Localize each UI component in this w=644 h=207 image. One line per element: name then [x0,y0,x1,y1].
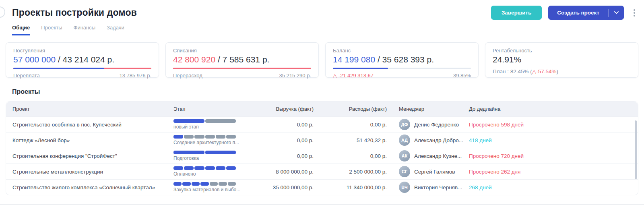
table-scrollbar[interactable] [635,120,637,179]
table-row[interactable]: Строительные металлоконструкцииОплачено8… [6,164,638,179]
card-profitability[interactable]: Рентабельность 24.91% План : 82.45% (△-5… [485,42,638,78]
card-balance[interactable]: Баланс 14 199 080 / 35 628 393 р. △ -21 … [325,42,479,78]
card-expenses[interactable]: Списания 42 800 920 / 7 585 631 р. Перер… [165,42,319,78]
manager-cell[interactable]: СГСергей Галямов [387,166,463,177]
project-name[interactable]: Строительная конференция "СтройФест" [6,153,173,159]
stage-label: новый этап [173,124,244,130]
section-title: Проекты [12,88,644,95]
stage-segment [210,182,218,186]
card-footer-right: 35 215 290 р. [279,72,311,79]
manager-name: Виктория Черняв... [414,184,462,190]
manager-name: Александр Добро... [414,137,463,143]
manager-cell[interactable]: ДФДенис Федоренко [387,119,463,130]
stage-cell: Закупка материалов и выбо... [173,182,257,193]
value-actual: 14 199 080 [333,55,375,64]
project-name[interactable]: Строительные металлоконструкции [6,169,173,175]
stage-segment [205,166,215,170]
stage-cell: Подготовка [173,151,257,161]
column-header[interactable]: Проект [6,106,173,112]
table-row[interactable]: Коттедж «Лесной бор»Создание архитектурн… [6,132,638,148]
stage-cell: Оплачено [173,166,257,177]
value-plan: / 35 628 393 р. [378,55,434,64]
stage-segment [184,135,194,139]
column-header[interactable]: Этап [173,106,257,112]
stat-cards: Поступления 57 000 000 / 43 214 024 р. П… [0,42,644,78]
manager-cell[interactable]: АКАлександр Кузне... [387,150,463,161]
column-header[interactable]: Выручка (факт) [257,106,314,112]
revenue-value: 35 000 000,00 р. [257,184,314,190]
card-footer-left: Перерасход [173,72,202,79]
stage-cell: Создание архитектурного п... [173,135,257,145]
card-value: 42 800 920 / 7 585 631 р. [173,55,311,64]
tab-0[interactable]: Общие [12,25,30,35]
tab-3[interactable]: Задачи [107,25,124,35]
projects-table: ПроектЭтапВыручка (факт)Расходы (факт)Ме… [6,101,638,195]
card-label: Баланс [333,48,471,54]
stage-progress [173,182,236,186]
stage-cell: новый этап [173,119,257,130]
value-actual: 42 800 920 [173,55,215,64]
chevron-down-icon[interactable] [609,6,624,20]
stage-segment [194,166,204,170]
card-label: Рентабельность [493,48,631,54]
avatar: СГ [399,166,410,177]
stage-label: Закупка материалов и выбо... [173,187,244,193]
manager-cell[interactable]: АДАлександр Добро... [387,135,463,146]
table-row[interactable]: Строительная конференция "СтройФест"Подг… [6,148,638,164]
project-name[interactable]: Строительство особняка в пос. Купеческий [6,122,173,128]
finish-button[interactable]: Завершить [491,6,542,20]
edge-circle-icon [0,6,5,18]
avatar: АК [399,150,410,161]
stage-segment [205,135,215,139]
more-menu-icon[interactable] [631,7,638,19]
tab-bar: ОбщиеПроектыФинансыЗадачи [0,20,644,35]
delta-value: △ -21 429 313,67 [333,72,374,79]
manager-name: Сергей Галямов [414,169,455,175]
value-plan: / 43 214 024 р. [58,55,114,64]
page-header: Проекты постройки домов Завершить Создат… [0,0,644,20]
plan-suffix: ) [557,68,559,75]
deadline-value: Просрочено 598 дней [463,122,638,128]
stage-segment [184,166,194,170]
stage-segment [173,151,204,154]
stage-segment [194,135,204,139]
stage-segment [173,182,182,186]
avatar: ВЧ [399,182,410,193]
tab-2[interactable]: Финансы [74,25,96,35]
page-divider [0,204,644,205]
table-row[interactable]: Строительство особняка в пос. Купеческий… [6,116,638,132]
stage-progress [173,119,236,123]
card-value: 24.91% [493,55,631,64]
manager-name: Александр Кузне... [414,153,462,159]
manager-cell[interactable]: ВЧВиктория Черняв... [387,182,463,193]
value-actual: 57 000 000 [13,55,56,64]
stage-progress [173,166,236,170]
deadline-value: 268 дней [463,184,638,190]
stage-segment [216,135,225,139]
stage-segment [205,119,236,123]
expenses-value: 0,00 р. [314,122,387,128]
create-project-label: Создать проект [548,10,608,16]
column-header[interactable]: Расходы (факт) [314,106,387,112]
avatar: АД [399,135,410,146]
progress-bar [333,68,471,69]
create-project-button[interactable]: Создать проект [548,6,624,20]
column-header[interactable]: Менеджер [387,106,463,112]
tab-1[interactable]: Проекты [41,25,62,35]
stage-segment [205,151,236,154]
revenue-value: 0,00 р. [257,153,314,159]
card-incomes[interactable]: Поступления 57 000 000 / 43 214 024 р. П… [6,42,159,78]
revenue-value: 0,00 р. [257,137,314,143]
stage-segment [182,182,190,186]
progress-bar [173,68,311,69]
deadline-value: Просрочено 720 дней [463,153,638,159]
project-name[interactable]: Коттедж «Лесной бор» [6,137,173,143]
table-row[interactable]: Строительство жилого комплекса «Солнечны… [6,179,638,195]
column-header[interactable]: До дедлайна [463,106,638,112]
stage-progress [173,151,236,154]
project-name[interactable]: Строительство жилого комплекса «Солнечны… [6,184,173,190]
stage-label: Оплачено [173,171,244,177]
stage-segment [200,182,208,186]
stage-segment [226,166,236,170]
card-footer-left: Переплата [13,72,40,79]
